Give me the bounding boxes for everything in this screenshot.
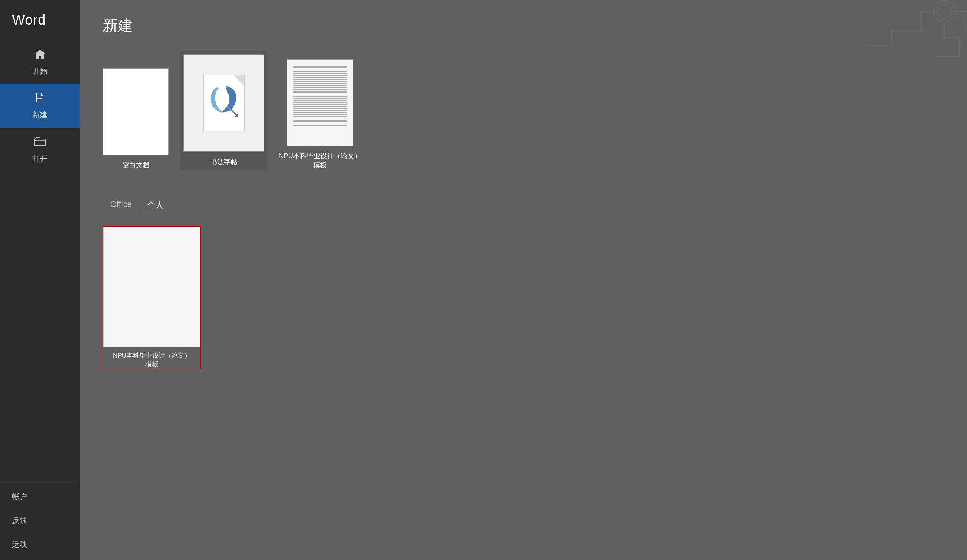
npu-line [294, 83, 347, 84]
sidebar-feedback-label: 反馈 [12, 516, 27, 525]
personal-thumb [104, 227, 200, 348]
npu-line [294, 85, 347, 86]
sidebar-item-new-label: 新建 [33, 110, 48, 120]
sidebar: Word 开始 新建 [0, 0, 80, 560]
personal-grid: NPU本科毕业设计（论文）模板 [103, 226, 944, 369]
template-blank[interactable]: 空白文档 [103, 68, 169, 170]
npu-line [294, 119, 347, 120]
npu-line [294, 81, 347, 82]
template-calligraphy[interactable]: 书法字帖 [180, 51, 267, 170]
sidebar-account-label: 帐户 [12, 492, 27, 502]
npu-lines [291, 63, 349, 142]
npu-line [294, 106, 347, 107]
sidebar-item-options[interactable]: 选项 [0, 532, 80, 556]
sidebar-item-home[interactable]: 开始 [0, 40, 80, 84]
npu-line [294, 120, 347, 122]
npu-line [294, 94, 347, 95]
npu-line [294, 69, 347, 70]
npu-line [294, 112, 347, 113]
personal-template-npu[interactable]: NPU本科毕业设计（论文）模板 [103, 226, 201, 369]
npu-line [294, 98, 347, 99]
svg-point-17 [943, 36, 946, 39]
sidebar-item-feedback[interactable]: 反馈 [0, 509, 80, 532]
new-doc-icon [33, 91, 47, 107]
npu-line [294, 87, 347, 88]
npu-line [294, 100, 347, 101]
page-title: 新建 [103, 15, 944, 36]
npu-line [294, 89, 347, 91]
npu-featured-thumb [287, 59, 353, 146]
tab-office[interactable]: Office [103, 196, 139, 214]
sidebar-item-home-label: 开始 [33, 66, 48, 76]
npu-line [294, 71, 347, 72]
npu-line [294, 96, 347, 97]
app-title: Word [0, 0, 80, 40]
calligraphy-thumb [183, 54, 264, 152]
calligraphy-label: 书法字帖 [210, 158, 238, 166]
sidebar-nav: 开始 新建 [0, 40, 80, 481]
npu-line [294, 125, 347, 126]
npu-line [294, 75, 347, 76]
sidebar-item-account[interactable]: 帐户 [0, 485, 80, 509]
npu-line [294, 102, 347, 103]
personal-template-label: NPU本科毕业设计（论文）模板 [104, 351, 200, 369]
sidebar-options-label: 选项 [12, 539, 27, 549]
featured-templates: 空白文档 [103, 51, 944, 170]
calligraphy-inner [184, 55, 264, 152]
npu-line [294, 91, 347, 92]
blank-thumb [103, 68, 169, 155]
section-divider [103, 184, 944, 185]
blank-label: 空白文档 [122, 160, 150, 170]
sidebar-item-open[interactable]: 打开 [0, 128, 80, 171]
npu-line [294, 73, 347, 74]
npu-line [294, 123, 347, 124]
npu-line [294, 116, 347, 117]
main-content: 新建 空白文档 [80, 0, 967, 560]
npu-line [294, 79, 347, 80]
npu-line [294, 108, 347, 109]
tab-personal-label: 个人 [147, 200, 163, 209]
sidebar-item-open-label: 打开 [33, 154, 48, 164]
npu-line [294, 66, 347, 68]
svg-point-6 [956, 5, 967, 18]
npu-featured-label: NPU本科毕业设计（论文）模板 [279, 152, 361, 170]
tab-personal[interactable]: 个人 [139, 196, 171, 214]
npu-line [294, 104, 347, 105]
npu-line [294, 114, 347, 115]
tabs: Office 个人 [103, 196, 944, 214]
tab-office-label: Office [110, 199, 132, 209]
home-icon [33, 48, 47, 63]
sidebar-item-new[interactable]: 新建 [0, 84, 80, 128]
template-npu-featured[interactable]: NPU本科毕业设计（论文）模板 [279, 59, 361, 170]
open-folder-icon [33, 135, 47, 151]
svg-rect-0 [36, 93, 43, 102]
npu-line [294, 77, 347, 78]
npu-line [294, 110, 347, 111]
sidebar-bottom: 帐户 反馈 选项 [0, 481, 80, 560]
